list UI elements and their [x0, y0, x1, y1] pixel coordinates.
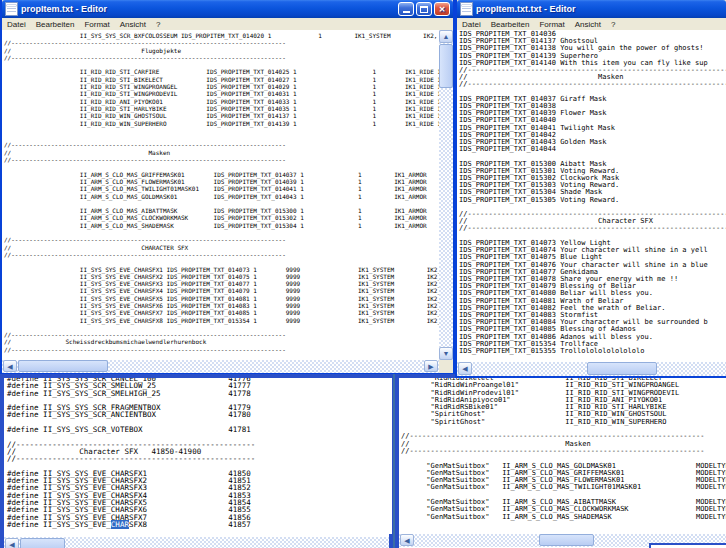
scrollbar-thumb[interactable] — [439, 44, 453, 88]
text-line: II_SYS_SYS_EVE_CHARSFX3 IDS_PROPITEM_TXT… — [4, 280, 441, 287]
editor-window-bottom-left: #define II_SYS_SYS_SCR_CANCEL_100 41776#… — [0, 374, 393, 548]
text-line: II_ARM_S_CLO_MAS_GOLDMASK01 IDS_PROPITEM… — [4, 193, 441, 200]
vertical-scrollbar[interactable]: ▲ ▼ — [439, 30, 453, 360]
text-line — [4, 324, 441, 331]
text-line: #define II_SYS_SYS_EVE_CHARSFX8 41857 — [7, 521, 392, 528]
text-line: II_SYS_SYS_EVE_CHARSFX4 IDS_PROPITEM_TXT… — [4, 287, 441, 294]
scroll-down-button[interactable]: ▼ — [439, 347, 453, 360]
menu-datei[interactable]: Datei — [2, 20, 31, 29]
menu-help[interactable]: ? — [606, 20, 620, 29]
scroll-left-button[interactable]: ◀ — [3, 360, 17, 372]
text-line — [4, 134, 441, 141]
maximize-icon — [420, 6, 428, 13]
close-button[interactable]: ✕ — [434, 2, 450, 16]
text-line: // CHARACTER SFX — [4, 244, 441, 251]
scroll-left-button[interactable]: ◀ — [5, 538, 19, 548]
text-line: II_RID_RID_ANI_PIYOKO01 IDS_PROPITEM_TXT… — [4, 98, 441, 105]
scroll-left-button[interactable]: ◀ — [400, 534, 414, 546]
text-line: II_ARM_S_CLO_MAS_TWILIGHT01MASK01 IDS_PR… — [4, 185, 441, 192]
text-line: II_SYS_SYS_EVE_CHARSFX2 IDS_PROPITEM_TXT… — [4, 273, 441, 280]
text-line: IDS_PROPITEM_TXT_014044 — [459, 146, 726, 153]
text-line: II_ARM_S_CLO_MAS_AIBATTMASK IDS_PROPITEM… — [4, 207, 441, 214]
editor-window-top-right: propItem.txt.txt - Editor DateiBearbeite… — [455, 0, 726, 378]
menu-ansicht[interactable]: Ansicht — [570, 20, 606, 29]
text-area[interactable]: II_SYS_SYS_SCR_BXFCOLOSSEUM IDS_PROPITEM… — [2, 30, 441, 362]
text-line: //--------------------------------------… — [459, 81, 726, 88]
scroll-left-button[interactable]: ◀ — [458, 362, 472, 375]
text-line: II_SYS_SYS_EVE_CHARSFX5 IDS_PROPITEM_TXT… — [4, 295, 441, 302]
text-area[interactable]: IDS_PROPITEM_TXT_014036IDS_PROPITEM_TXT_… — [457, 30, 726, 363]
text-line: //--------------------------------------… — [459, 225, 726, 232]
text-line — [4, 61, 441, 68]
scrollbar-thumb[interactable] — [18, 360, 108, 372]
text-line: II_RID_RID_STI_HARLYBIKE IDS_PROPITEM_TX… — [4, 105, 441, 112]
text-line: //--------------------------------------… — [7, 455, 392, 462]
editor-window-top-left: propItem.txt - Editor ✕ DateiBearbeitenF… — [0, 0, 455, 374]
text-line: II_RID_RID_WIN_GHOSTSOUL IDS_PROPITEM_TX… — [4, 112, 441, 119]
scrollbar-thumb[interactable] — [20, 538, 65, 548]
text-line: //--------------------------------------… — [4, 236, 441, 243]
menu-ansicht[interactable]: Ansicht — [115, 20, 151, 29]
text-line: #define II_SYS_SYS_SCR_SMELHIGH_25 41778 — [7, 390, 392, 397]
text-line: //--------------------------------------… — [4, 141, 441, 148]
horizontal-scrollbar[interactable]: ◀ — [4, 537, 389, 548]
menu-bearbeiten[interactable]: Bearbeiten — [31, 20, 80, 29]
text-line: //--------------------------------------… — [4, 54, 441, 61]
text-line — [4, 200, 441, 207]
minimize-icon — [403, 11, 410, 13]
horizontal-scrollbar[interactable]: ◀ ▶ — [2, 360, 439, 373]
titlebar[interactable]: propItem.txt.txt - Editor — [457, 0, 726, 18]
text-line: //--------------------------------------… — [4, 39, 441, 46]
text-line: II_SYS_SYS_SCR_BXFCOLOSSEUM IDS_PROPITEM… — [4, 32, 441, 39]
menu-bearbeiten[interactable]: Bearbeiten — [486, 20, 535, 29]
text-line: // Flugobjekte — [4, 47, 441, 54]
text-area[interactable]: #define II_SYS_SYS_SCR_CANCEL_100 41776#… — [4, 378, 392, 534]
text-line: II_RID_RID_STI_CARFIRE IDS_PROPITEM_TXT_… — [4, 68, 441, 75]
text-line: //--------------------------------------… — [4, 331, 441, 338]
notepad-icon — [5, 2, 18, 16]
text-line: "GenMatSuitbox" II_ARM_S_CLO_MAS_TWILIGH… — [401, 484, 726, 491]
text-line: //--------------------------------------… — [401, 448, 726, 455]
editor-window-bottom-right: "RidRidBikelect" II_RID_RID_STI_BIKELECT… — [395, 374, 726, 548]
minimize-button[interactable] — [398, 2, 414, 16]
text-line: II_ARM_S_CLO_MAS_FLOWERMASK01 IDS_PROPIT… — [4, 178, 441, 185]
scrollbar-corner — [439, 360, 453, 373]
text-line: II_RID_RID_STI_BIKELECT IDS_PROPITEM_TXT… — [4, 76, 441, 83]
maximize-button[interactable] — [416, 2, 432, 16]
scroll-up-button[interactable]: ▲ — [439, 30, 453, 43]
titlebar[interactable]: propItem.txt - Editor ✕ — [2, 0, 453, 18]
window-title: propItem.txt.txt - Editor — [476, 4, 723, 14]
horizontal-scrollbar[interactable]: ◀ — [457, 362, 726, 376]
menu-format[interactable]: Format — [79, 20, 114, 29]
text-line — [4, 258, 441, 265]
text-line: //--------------------------------------… — [4, 251, 441, 258]
text-line: #define II_SYS_SYS_SCR_ANCIENTBOX 41780 — [7, 411, 392, 418]
menu-help[interactable]: ? — [151, 20, 165, 29]
text-line: II_ARM_S_CLO_MAS_GRIFFEMASK01 IDS_PROPIT… — [4, 171, 441, 178]
desktop: { "menus": ["Datei", "Bearbeiten", "Form… — [0, 0, 726, 548]
text-line — [4, 229, 441, 236]
text-line: //--------------------------------------… — [4, 346, 441, 353]
scrollbar-thumb[interactable] — [587, 362, 657, 375]
menu-format[interactable]: Format — [534, 20, 569, 29]
window-fragment — [649, 543, 726, 548]
text-line: IDS_PROPITEM_TXT_015305 Voting Reward. — [459, 197, 726, 204]
text-line — [4, 163, 441, 170]
text-line: II_RID_RID_STI_WINGPRODEVIL IDS_PROPITEM… — [4, 90, 441, 97]
text-line: II_RID_RID_WIN_SUPERHERO IDS_PROPITEM_TX… — [4, 120, 441, 127]
close-icon: ✕ — [439, 5, 446, 14]
scrollbar-thumb[interactable] — [539, 534, 594, 546]
text-line: //--------------------------------------… — [4, 156, 441, 163]
text-line: II_RID_RID_STI_WINGPROANGEL IDS_PROPITEM… — [4, 83, 441, 90]
text-line: // Masken — [4, 149, 441, 156]
text-line: #define II_SYS_SYS_SCR_VOTEBOX 41781 — [7, 426, 392, 433]
menu-datei[interactable]: Datei — [457, 20, 486, 29]
scroll-right-button[interactable]: ▶ — [424, 360, 438, 372]
text-line: "GenMatSuitbox" II_ARM_S_CLO_MAS_SHADEMA… — [401, 514, 726, 521]
selected-text: CHAR — [111, 520, 129, 529]
text-line: II_SYS_SYS_EVE_CHARSFX7 IDS_PROPITEM_TXT… — [4, 309, 441, 316]
text-area[interactable]: "RidRidBikelect" II_RID_RID_STI_BIKELECT… — [399, 378, 726, 533]
text-line: // Scheissdreckbumsmichaelwendlerhurenbo… — [4, 338, 441, 345]
text-line: II_SYS_SYS_EVE_CHARSFX1 IDS_PROPITEM_TXT… — [4, 266, 441, 273]
notepad-icon — [460, 2, 473, 16]
